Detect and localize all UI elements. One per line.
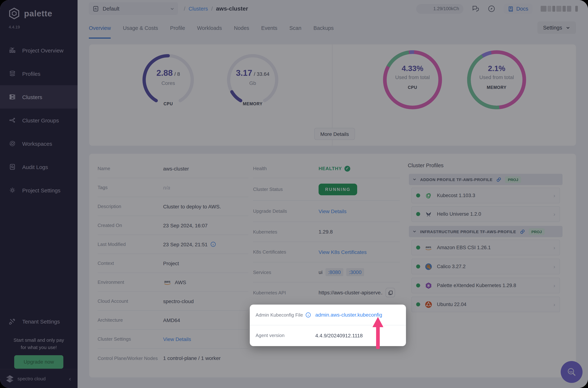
tour-arrow-icon	[370, 316, 386, 350]
agent-version-value: 4.4.9/20240912.1118	[315, 332, 363, 338]
info-icon[interactable]	[305, 312, 311, 317]
palette-app-window: palette 4.4.19 Project Overview Profiles	[0, 0, 588, 388]
detail-label: Agent version	[256, 333, 285, 338]
screen: palette 4.4.19 Project Overview Profiles	[0, 0, 588, 388]
detail-label: Admin Kubeconfig File	[256, 312, 303, 317]
